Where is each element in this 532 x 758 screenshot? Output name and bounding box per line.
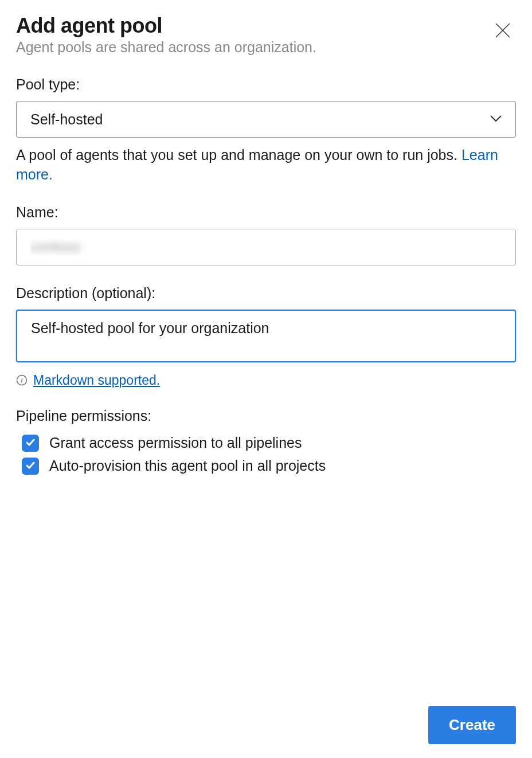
info-icon: i	[16, 374, 28, 386]
close-icon	[494, 32, 511, 41]
create-button[interactable]: Create	[428, 706, 516, 744]
name-label: Name:	[16, 204, 516, 221]
svg-text:i: i	[21, 376, 22, 384]
pool-type-label: Pool type:	[16, 76, 516, 93]
grant-access-label: Grant access permission to all pipelines	[49, 435, 302, 451]
pool-type-help: A pool of agents that you set up and man…	[16, 146, 516, 185]
pool-type-help-text: A pool of agents that you set up and man…	[16, 147, 461, 163]
grant-access-checkbox[interactable]	[22, 435, 39, 452]
name-input[interactable]	[16, 229, 516, 265]
dialog-title: Add agent pool	[16, 14, 316, 38]
close-button[interactable]	[490, 17, 516, 45]
check-icon	[25, 436, 36, 450]
auto-provision-label: Auto-provision this agent pool in all pr…	[49, 458, 326, 474]
auto-provision-checkbox[interactable]	[22, 458, 39, 475]
description-label: Description (optional):	[16, 285, 516, 302]
dialog-subtitle: Agent pools are shared across an organiz…	[16, 39, 316, 56]
pool-type-select[interactable]: Self-hosted	[16, 101, 516, 138]
check-icon	[25, 459, 36, 473]
permissions-label: Pipeline permissions:	[16, 408, 516, 424]
markdown-supported-link[interactable]: Markdown supported.	[33, 373, 160, 388]
description-textarea[interactable]	[16, 310, 516, 362]
